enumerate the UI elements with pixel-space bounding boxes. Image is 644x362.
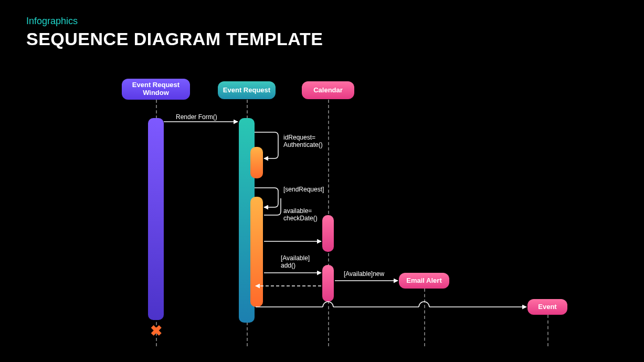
activation-request-flow — [250, 197, 263, 307]
participant-calendar: Calendar — [302, 81, 354, 99]
msg-new: [Available]new — [344, 270, 384, 278]
destroy-icon: ✖ — [150, 322, 162, 339]
participant-email-alert: Email Alert — [399, 273, 449, 289]
diagram-stage: Infographics SEQUENCE DIAGRAM TEMPLATE E… — [0, 0, 644, 362]
msg-render-form: Render Form() — [176, 113, 217, 121]
msg-add: [Available] add() — [281, 254, 310, 269]
activation-calendar-2 — [322, 265, 334, 302]
participant-event: Event — [527, 299, 567, 315]
msg-check-date: available= checkDate() — [283, 207, 318, 222]
participant-event-request-window: Event Request Window — [122, 79, 190, 100]
page-subtitle: Infographics — [26, 16, 78, 27]
msg-send-request: [sendRequest] — [283, 186, 324, 193]
participant-event-request: Event Request — [218, 81, 276, 99]
msg-authenticate: idRequest= Authenticate() — [283, 134, 323, 148]
activation-event-request-window — [148, 118, 164, 320]
lifeline-event — [547, 315, 548, 346]
activation-calendar-1 — [322, 215, 334, 252]
activation-auth — [250, 147, 263, 178]
page-title: SEQUENCE DIAGRAM TEMPLATE — [26, 29, 323, 49]
lifeline-email-alert — [424, 289, 425, 346]
